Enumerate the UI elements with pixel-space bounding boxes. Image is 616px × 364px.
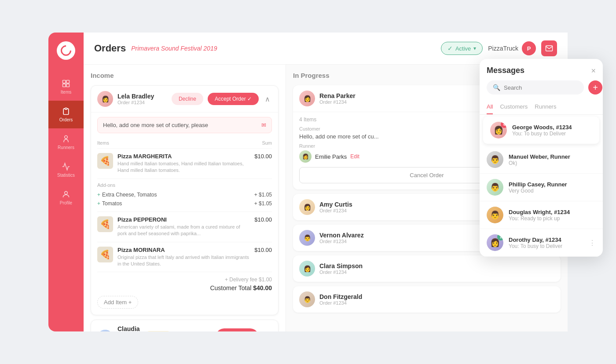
addon-price: + $1.05 bbox=[254, 192, 272, 198]
messages-button[interactable] bbox=[541, 40, 557, 56]
edit-link[interactable]: Edit bbox=[350, 153, 359, 160]
table-header: Items Sum bbox=[97, 138, 272, 149]
messages-tabs: All Customers Runners bbox=[480, 100, 603, 115]
sidebar-statistics-label: Statistics bbox=[57, 173, 75, 178]
avatar: 👨 bbox=[487, 179, 503, 196]
food-thumbnail: 🍕 bbox=[97, 247, 113, 262]
message-text: Hello, add one more set of cutlery, plea… bbox=[103, 122, 208, 128]
delivery-fee: + Delivery fee $1.00 bbox=[97, 277, 272, 283]
app-logo[interactable] bbox=[57, 41, 75, 60]
food-icon: 🍕 bbox=[100, 249, 111, 260]
sidebar-profile-label: Profile bbox=[60, 200, 72, 205]
customer-name: Clara Simpson bbox=[319, 262, 554, 269]
order-footer: + Delivery fee $1.00 Customer Total $40.… bbox=[97, 272, 272, 291]
search-input[interactable] bbox=[504, 84, 578, 91]
item-desc: Original pizza that left Italy and arriv… bbox=[117, 254, 250, 268]
order-info: Clara Simpson Order #1234 bbox=[319, 262, 554, 275]
order-number: Order #1234 bbox=[117, 100, 167, 105]
customer-total: Customer Total $40.00 bbox=[97, 284, 272, 291]
income-panel: Income 👩 Lela Bradley Order #1234 Declin… bbox=[84, 65, 286, 331]
avatar: 👩 bbox=[97, 330, 113, 331]
avatar: 👩 1 bbox=[487, 234, 503, 251]
sidebar-item-orders[interactable]: Orders bbox=[48, 101, 84, 128]
sidebar-item-items[interactable]: Items bbox=[48, 73, 84, 101]
plus-icon: + bbox=[97, 200, 100, 207]
message-list: 👩 4 George Woods, #1234 You: To busy to … bbox=[480, 115, 603, 257]
item-name: Pizza PEPPERONI bbox=[117, 216, 250, 223]
avatar: 👨 bbox=[487, 151, 503, 168]
food-thumbnail: 🍕 bbox=[97, 153, 113, 169]
svg-point-5 bbox=[65, 191, 68, 194]
message-content: George Woods, #1234 You: To busy to Deli… bbox=[512, 124, 592, 137]
accept-button[interactable]: Accept Order ✓ bbox=[208, 93, 259, 105]
item-price: $10.00 bbox=[254, 247, 272, 253]
income-title: Income bbox=[91, 72, 279, 79]
message-preview: Very Good bbox=[509, 188, 596, 194]
messages-panel: Messages × 🔍 + All Customers Runners 👩 4 bbox=[480, 59, 603, 257]
tab-runners[interactable]: Runners bbox=[535, 100, 556, 114]
item-desc: American variety of salami, made from a … bbox=[117, 224, 250, 237]
message-content: Douglas Wright, #1234 You: Ready to pick… bbox=[509, 209, 596, 222]
close-button[interactable]: × bbox=[591, 67, 596, 75]
message-item[interactable]: 👨 Manuel Weber, Runner Ok) bbox=[480, 146, 603, 174]
page-subtitle: Primavera Sound Festival 2019 bbox=[131, 45, 217, 52]
order-header: 👩 Lela Bradley Order #1234 Decline Accep… bbox=[91, 86, 278, 112]
tab-customers[interactable]: Customers bbox=[500, 100, 528, 114]
item-info: Pizza MARGHERITA Hand milled Italian tom… bbox=[117, 153, 250, 174]
decline-button[interactable]: Decline bbox=[172, 93, 203, 105]
chevron-up-icon[interactable]: ∧ bbox=[263, 93, 272, 105]
contact-name: Phillip Casey, Runner bbox=[509, 181, 596, 188]
order-card: 👩 Lela Bradley Order #1234 Decline Accep… bbox=[91, 85, 279, 315]
pizzatruck-badge: PizzaTruck P bbox=[488, 41, 536, 55]
order-info: Don Fitzgerald Order #1234 bbox=[319, 293, 554, 306]
avatar: 👩 4 bbox=[490, 122, 507, 138]
options-icon[interactable]: ⋮ bbox=[589, 239, 596, 247]
inprogress-header: 👨 Don Fitzgerald Order #1234 bbox=[293, 286, 561, 313]
message-item[interactable]: 👨 Phillip Casey, Runner Very Good bbox=[480, 174, 603, 201]
avatar: 👨 bbox=[487, 207, 503, 223]
status-badge[interactable]: ✓ Active ▾ bbox=[441, 42, 483, 55]
addons-section: Add-ons +Extra Cheese, Tomatos + $1.05 +… bbox=[97, 179, 272, 212]
customer-name: Don Fitzgerald bbox=[319, 293, 554, 300]
sidebar: Items Orders Runners Statistics Profile bbox=[48, 33, 84, 331]
sum-label: Sum bbox=[262, 140, 272, 146]
chevron-down-icon: ▾ bbox=[473, 45, 476, 51]
tab-all[interactable]: All bbox=[487, 100, 493, 114]
message-item[interactable]: 👨 Douglas Wright, #1234 You: Ready to pi… bbox=[480, 201, 603, 229]
inprogress-order-card: 👩 Clara Simpson Order #1234 bbox=[293, 255, 561, 282]
order-info: Claudia Duncan Order #1234 bbox=[117, 325, 140, 331]
contact-name: Dorothy Day, #1234 bbox=[509, 237, 583, 243]
check-icon: ✓ bbox=[447, 45, 453, 52]
message-item[interactable]: 👩 1 Dorothy Day, #1234 You: To busy to D… bbox=[480, 229, 603, 257]
svg-point-4 bbox=[65, 136, 68, 139]
page-title: Orders bbox=[94, 43, 126, 54]
accept-button[interactable]: Accept Order ✓ bbox=[216, 328, 259, 331]
order-header: 👩 Claudia Duncan Order #1234 Self Pickup… bbox=[91, 320, 278, 331]
mail-icon: ✉ bbox=[261, 122, 266, 128]
sidebar-runners-label: Runners bbox=[58, 145, 74, 150]
add-item-button[interactable]: Add Item + bbox=[97, 296, 138, 309]
svg-rect-0 bbox=[63, 80, 66, 84]
item-price: $10.00 bbox=[254, 216, 272, 223]
unread-badge: 1 bbox=[497, 234, 503, 240]
avatar: 👩 bbox=[97, 91, 113, 107]
items-label: Items bbox=[97, 140, 109, 146]
addons-label: Add-ons bbox=[97, 182, 272, 188]
messages-header: Messages × bbox=[480, 59, 603, 75]
item-price: $10.00 bbox=[254, 153, 272, 160]
avatar: 👨 bbox=[299, 291, 315, 307]
message-item[interactable]: 👩 4 George Woods, #1234 You: To busy to … bbox=[483, 116, 599, 144]
order-item: 🍕 Pizza MARGHERITA Hand milled Italian t… bbox=[97, 149, 272, 179]
food-icon: 🍕 bbox=[100, 156, 111, 166]
sidebar-item-statistics[interactable]: Statistics bbox=[48, 156, 84, 184]
sidebar-item-runners[interactable]: Runners bbox=[48, 128, 84, 156]
contact-name: Manuel Weber, Runner bbox=[509, 153, 596, 160]
inprogress-header: 👩 Clara Simpson Order #1234 bbox=[293, 255, 561, 282]
add-message-button[interactable]: + bbox=[588, 80, 602, 95]
avatar: 👩 bbox=[299, 261, 315, 277]
order-info: Rena Parker Order #1234 bbox=[319, 92, 476, 105]
order-expanded: Hello, add one more set of cutlery, plea… bbox=[91, 112, 278, 315]
item-name: Pizza MORINARA bbox=[117, 247, 250, 253]
sidebar-item-profile[interactable]: Profile bbox=[48, 184, 84, 211]
contact-name: George Woods, #1234 bbox=[512, 124, 592, 131]
